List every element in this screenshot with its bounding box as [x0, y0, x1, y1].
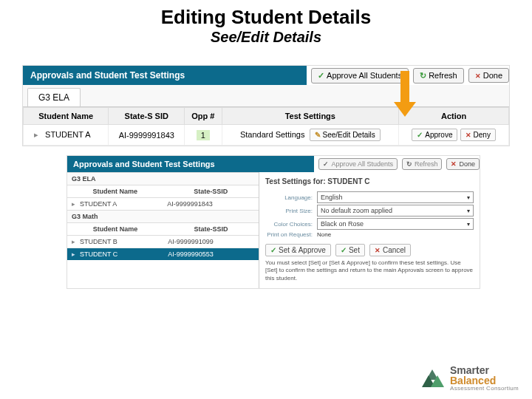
approve-label: Approve — [425, 131, 452, 139]
approvals-panel-top: Approvals and Student Test Settings Appr… — [22, 65, 510, 146]
approvals-panel-settings: Approvals and Student Test Settings Appr… — [66, 155, 480, 289]
col-ssid: State-S SID — [109, 108, 185, 125]
refresh-button[interactable]: Refresh — [413, 68, 464, 83]
approve-button[interactable]: Approve — [412, 129, 457, 141]
tab-g3-ela[interactable]: G3 ELA — [27, 88, 81, 106]
deny-button[interactable]: Deny — [460, 129, 496, 141]
expand-icon[interactable]: ▸ — [34, 130, 38, 139]
student-ssid: AI-9999991099 — [163, 236, 259, 248]
chevron-down-icon — [467, 194, 470, 201]
done-label: Done — [483, 71, 502, 80]
color-choices-value: Black on Rose — [321, 220, 364, 228]
expand-icon: ▸ — [72, 238, 75, 245]
col-ssid: State-SSID — [163, 223, 259, 236]
col-test-settings: Test Settings — [222, 108, 399, 125]
close-icon — [451, 160, 457, 168]
test-settings-pane: Test Settings for: STUDENT C Language: E… — [259, 172, 480, 288]
opp-number: 1 — [197, 130, 210, 140]
col-student-name: Student Name — [24, 108, 109, 125]
refresh-label: Refresh — [415, 160, 438, 168]
student-ssid: AI-9999990553 — [163, 248, 259, 261]
chevron-down-icon — [467, 220, 470, 228]
done-button[interactable]: Done — [468, 68, 509, 83]
panel-title: Approvals and Student Test Settings — [67, 156, 314, 172]
set-approve-button[interactable]: Set & Approve — [265, 244, 331, 256]
deny-label: Deny — [474, 131, 491, 139]
settings-text: Standard Settings — [240, 130, 304, 139]
language-value: English — [321, 194, 343, 201]
cross-icon — [375, 246, 381, 254]
panel-title: Approvals and Student Test Settings — [23, 66, 307, 85]
check-icon — [270, 246, 276, 254]
smarter-balanced-logo: Smarter Balanced Assessment Consortium — [422, 365, 519, 392]
list-item[interactable]: ▸STUDENT B AI-9999991099 — [67, 236, 259, 248]
student-list-pane: G3 ELA Student Name State-SSID ▸STUDENT … — [67, 172, 259, 288]
slide-title: Editing Student Details — [0, 6, 532, 29]
list-item[interactable]: ▸STUDENT A AI-9999991843 — [67, 198, 259, 211]
cancel-button[interactable]: Cancel — [369, 244, 411, 256]
expand-icon: ▸ — [72, 200, 75, 208]
table-row: ▸ STUDENT A AI-9999991843 1 Standard Set… — [24, 125, 509, 146]
list-item-selected[interactable]: ▸STUDENT C AI-9999990553 — [67, 248, 259, 261]
logo-subtext: Assessment Consortium — [450, 386, 519, 392]
col-student-name: Student Name — [67, 185, 163, 198]
cross-icon — [466, 131, 471, 139]
set-label: Set — [349, 246, 360, 254]
student-ssid: AI-9999991843 — [163, 198, 259, 211]
check-icon — [318, 71, 324, 81]
col-opp: Opp # — [185, 108, 222, 125]
refresh-icon — [406, 160, 412, 168]
approve-all-button: Approve All Students — [318, 158, 398, 170]
see-edit-details-button[interactable]: See/Edit Details — [310, 129, 381, 141]
approve-all-button[interactable]: Approve All Students — [311, 68, 409, 83]
set-button[interactable]: Set — [335, 244, 365, 256]
check-icon — [323, 160, 329, 168]
check-icon — [341, 246, 347, 254]
close-icon — [475, 71, 481, 80]
settings-title: Test Settings for: STUDENT C — [265, 175, 474, 190]
check-icon — [417, 131, 423, 139]
refresh-label: Refresh — [429, 71, 457, 80]
slide-subtitle: See/Edit Details — [0, 29, 532, 46]
col-student-name: Student Name — [67, 223, 163, 236]
pencil-icon — [315, 131, 321, 139]
print-size-select[interactable]: No default zoom applied — [317, 205, 474, 216]
student-name: STUDENT B — [80, 238, 117, 245]
print-size-value: No default zoom applied — [321, 207, 392, 214]
expand-icon: ▸ — [72, 250, 75, 258]
cancel-label: Cancel — [383, 246, 406, 254]
done-button[interactable]: Done — [446, 158, 480, 170]
refresh-icon — [420, 71, 426, 81]
chevron-down-icon — [467, 207, 470, 214]
logo-mark-icon — [422, 368, 446, 389]
done-label: Done — [459, 160, 475, 168]
col-action: Action — [399, 108, 509, 125]
language-label: Language: — [265, 194, 317, 201]
student-name: STUDENT A — [80, 200, 117, 208]
col-ssid: State-SSID — [163, 185, 259, 198]
print-request-label: Print on Request: — [265, 231, 317, 238]
color-choices-label: Color Choices: — [265, 221, 317, 228]
student-name: STUDENT C — [80, 250, 117, 258]
section-g3-ela: G3 ELA — [67, 172, 259, 185]
section-g3-math: G3 Math — [67, 210, 259, 223]
print-request-value: None — [317, 231, 331, 238]
language-select[interactable]: English — [317, 191, 474, 203]
approve-all-label: Approve All Students — [331, 160, 393, 168]
print-size-label: Print Size: — [265, 208, 317, 214]
settings-help-text: You must select [Set] or [Set & Approve]… — [265, 259, 474, 282]
refresh-button: Refresh — [402, 158, 443, 170]
tab-row: G3 ELA — [23, 85, 509, 107]
color-choices-select[interactable]: Black on Rose — [317, 218, 474, 230]
students-table: Student Name State-S SID Opp # Test Sett… — [23, 107, 509, 146]
see-edit-label: See/Edit Details — [323, 131, 375, 139]
student-name: STUDENT A — [45, 130, 91, 139]
approve-all-label: Approve All Students — [327, 71, 402, 80]
student-ssid: AI-9999991843 — [109, 125, 185, 146]
set-approve-label: Set & Approve — [279, 246, 326, 254]
